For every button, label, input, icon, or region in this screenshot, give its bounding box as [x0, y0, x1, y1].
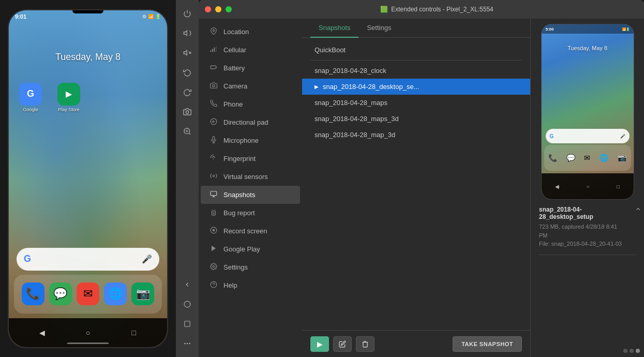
edit-button[interactable] [333, 336, 352, 352]
sidebar-item-phone[interactable]: Phone [201, 95, 300, 113]
gmail-app[interactable]: ✉ [77, 282, 99, 305]
svg-rect-19 [216, 46, 217, 52]
svg-point-12 [184, 343, 186, 345]
preview-bottom-bar: ◀ ○ □ [542, 173, 634, 199]
sidebar-item-microphone[interactable]: Microphone [201, 131, 300, 150]
dot-1 [623, 349, 627, 353]
left-navigation: Location Cellular Battery Camera [199, 19, 302, 357]
bottom-toolbar: ▶ TAKE SNAPSHOT [302, 330, 530, 357]
snapshot-item-desktop-setup[interactable]: ▶ snap_2018-04-28_desktop_se... [302, 79, 530, 95]
svg-point-13 [187, 343, 188, 345]
rotate-left-button[interactable] [178, 63, 197, 82]
snapshot-item-quickboot[interactable]: QuickBoot [302, 42, 530, 58]
svg-point-33 [213, 229, 215, 231]
sidebar-item-directional-pad[interactable]: Directional pad [201, 113, 300, 131]
svg-point-35 [213, 265, 215, 267]
preview-divider [539, 255, 636, 255]
rotate-right-button[interactable] [178, 83, 197, 101]
sidebar-item-google-play[interactable]: Google Play [201, 240, 300, 258]
app-icon-playstore[interactable]: ▶ Play Store [52, 83, 85, 112]
titlebar: 🟩 Extended controls - Pixel_2_XL:5554 [199, 0, 644, 19]
back-button[interactable] [178, 275, 197, 294]
svg-rect-11 [185, 321, 190, 327]
recents-button[interactable] [178, 315, 197, 333]
snapshot-item-map3d[interactable]: snap_2018-04-28_map_3d [302, 127, 530, 143]
window-title: 🟩 Extended controls - Pixel_2_XL:5554 [236, 6, 638, 13]
snapshot-separator [310, 60, 522, 61]
preview-search-bar: G 🎤 [546, 129, 630, 143]
svg-point-10 [184, 301, 190, 307]
sidebar-item-fingerprint[interactable]: Fingerprint [201, 150, 300, 168]
preview-date: Tuesday, May 8 [542, 45, 634, 51]
help-icon [209, 281, 218, 290]
android-phone: 9:01 ⚙📶🔋 Tuesday, May 8 G Google ▶ [8, 9, 168, 348]
take-snapshot-button[interactable]: TAKE SNAPSHOT [453, 336, 522, 352]
messages-app[interactable]: 💬 [49, 282, 72, 305]
phone-dock: 📞 💬 ✉ 🌐 📷 [14, 275, 162, 314]
tab-snapshots[interactable]: Snapshots [310, 19, 358, 38]
volume-up-button[interactable] [178, 24, 197, 42]
bug-report-icon [209, 209, 218, 217]
snapshot-item-maps[interactable]: snap_2018-04-28_maps [302, 95, 530, 111]
play-indicator: ▶ [314, 84, 319, 90]
cellular-icon [209, 46, 218, 54]
svg-point-14 [189, 343, 190, 345]
svg-rect-16 [211, 50, 212, 52]
sidebar-item-location[interactable]: Location [201, 23, 300, 41]
sidebar-item-settings[interactable]: Settings [201, 258, 300, 276]
close-button[interactable] [205, 6, 211, 12]
delete-button[interactable] [356, 336, 375, 352]
minimize-button[interactable] [215, 6, 221, 12]
dot-3 [636, 349, 640, 353]
sidebar-item-cellular[interactable]: Cellular [201, 41, 300, 59]
content-area: Snapshots Settings QuickBoot snap_2018-0… [302, 19, 644, 357]
svg-rect-17 [212, 49, 213, 52]
play-button[interactable]: ▶ [310, 336, 329, 352]
home-button[interactable] [178, 295, 197, 314]
preview-dock: 📞 💬 ✉ 🌐 📷 [544, 145, 631, 171]
sidebar-item-snapshots[interactable]: Snapshots [201, 186, 300, 204]
sidebar-item-battery[interactable]: Battery [201, 59, 300, 77]
svg-marker-34 [212, 246, 216, 251]
phone-app[interactable]: 📞 [22, 282, 44, 305]
back-nav[interactable]: ◀ [37, 328, 47, 338]
preview-info: snap_2018-04-28_desktop_setup 723 MB, ca… [531, 200, 634, 255]
sidebar-item-help[interactable]: Help [201, 276, 300, 294]
app-icon-google[interactable]: G Google [14, 83, 47, 112]
more-button[interactable] [178, 334, 197, 353]
microphone-icon [209, 136, 218, 145]
phone-time: 9:01 [15, 13, 26, 20]
chrome-app[interactable]: 🌐 [104, 282, 127, 305]
snapshot-item-clock[interactable]: snap_2018-04-28_clock [302, 63, 530, 79]
tab-settings[interactable]: Settings [358, 19, 399, 38]
volume-down-button[interactable] [178, 43, 197, 62]
recents-nav[interactable]: □ [129, 328, 139, 338]
fingerprint-icon [209, 154, 218, 163]
screenshot-button[interactable] [178, 102, 197, 121]
camera-icon [209, 82, 218, 91]
svg-marker-2 [184, 50, 187, 55]
sidebar-item-record-screen[interactable]: Record screen [201, 222, 300, 240]
window-icon: 🟩 [380, 6, 388, 13]
window-content: Location Cellular Battery Camera [199, 19, 644, 357]
snapshot-list: QuickBoot snap_2018-04-28_clock ▶ snap_2… [302, 38, 530, 330]
snapshot-item-maps3d[interactable]: snap_2018-04-28_maps_3d [302, 111, 530, 127]
phone-search-bar[interactable]: G 🎤 [17, 248, 159, 271]
preview-status-bar: 5:00 📶🔋 [542, 24, 634, 34]
home-nav[interactable]: ○ [83, 328, 93, 338]
scroll-up-icon[interactable]: ⌃ [634, 200, 644, 217]
sidebar-item-virtual-sensors[interactable]: Virtual sensors [201, 168, 300, 186]
sidebar-item-camera[interactable]: Camera [201, 77, 300, 95]
sidebar-item-bug-report[interactable]: Bug report [201, 204, 300, 222]
maximize-button[interactable] [226, 6, 232, 12]
preview-info-area: snap_2018-04-28_desktop_setup 723 MB, ca… [531, 200, 644, 255]
svg-line-7 [189, 133, 190, 135]
phone-container: 9:01 ⚙📶🔋 Tuesday, May 8 G Google ▶ [0, 0, 176, 357]
phone-nav: ◀ ○ □ [19, 328, 157, 338]
google-logo: G [24, 254, 31, 264]
svg-point-22 [213, 84, 215, 87]
power-button[interactable] [178, 4, 197, 23]
zoom-button[interactable] [178, 122, 197, 141]
camera-app[interactable]: 📷 [131, 282, 154, 305]
preview-phone: 5:00 📶🔋 Tuesday, May 8 G 🎤 📞 💬 ✉ [541, 24, 634, 200]
